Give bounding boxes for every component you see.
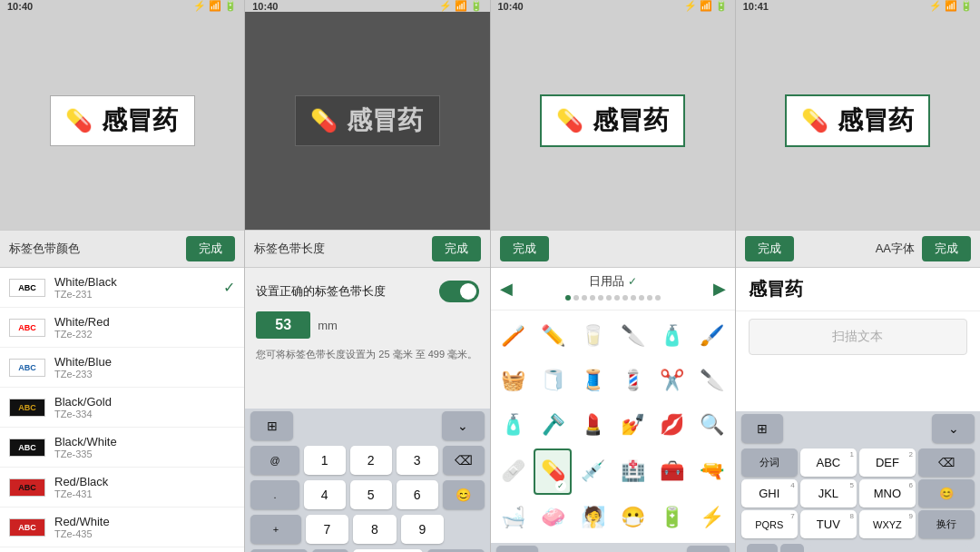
icon-cell-comb[interactable]: 🔪 bbox=[613, 314, 652, 357]
preview-area-2: 💊 感冒药 bbox=[245, 12, 489, 230]
done-button-1[interactable]: 完成 bbox=[186, 236, 235, 261]
label-preview-3: 💊 感冒药 bbox=[540, 94, 685, 147]
ghi-key[interactable]: 4GHI bbox=[741, 479, 798, 508]
icon-cell-magnifier[interactable]: 🔍 bbox=[693, 403, 731, 446]
icon-cell-cup[interactable]: 🥛 bbox=[573, 314, 612, 357]
num-3-key[interactable]: 3 bbox=[397, 446, 438, 475]
wxyz-key[interactable]: 9WXYZ bbox=[859, 510, 916, 538]
grid-key-4[interactable]: ⊞ bbox=[741, 414, 784, 443]
num-1-key[interactable]: 1 bbox=[304, 446, 346, 475]
icon-cell-wash[interactable]: 🧖 bbox=[573, 497, 612, 539]
icon-cell-bath[interactable]: 🛁 bbox=[495, 497, 533, 539]
done-button-3[interactable]: 完成 bbox=[500, 236, 549, 261]
icon-cell-shaver[interactable]: 🪒 bbox=[534, 403, 572, 446]
status-bar-4: 10:41 ⚡ 📶 🔋 bbox=[736, 0, 980, 12]
icon-picker-content: ◀ 日用品 ✓ ▶ 🪥 ✏️ bbox=[491, 268, 735, 552]
length-value[interactable]: 53 bbox=[256, 311, 310, 339]
num-9-key[interactable]: 9 bbox=[401, 515, 444, 544]
color-item-rw[interactable]: ABC Red/White TZe-435 bbox=[0, 508, 244, 547]
text-display: 感冒药 bbox=[736, 268, 980, 311]
num-6-key[interactable]: 6 bbox=[397, 480, 438, 509]
icon-cell-perfume[interactable]: 💋 bbox=[653, 403, 691, 446]
zh-key[interactable]: 中· bbox=[780, 544, 804, 552]
expand-key-3[interactable]: ⌄ bbox=[687, 546, 730, 552]
icon-cell-hospital[interactable]: 🏥 bbox=[613, 448, 652, 495]
emoji-key-4[interactable]: 😊 bbox=[918, 479, 975, 508]
backspace-key-4[interactable]: ⌫ bbox=[918, 448, 975, 477]
icon-cell-comb2[interactable]: 💈 bbox=[613, 359, 652, 401]
num-7-key[interactable]: 7 bbox=[306, 515, 348, 544]
num-2-key[interactable]: 2 bbox=[350, 446, 392, 475]
icon-cell-razor[interactable]: 🔪 bbox=[693, 359, 731, 401]
at-key[interactable]: @ bbox=[250, 446, 299, 475]
signal-icon-2: 📶 bbox=[455, 0, 467, 12]
icon-cell-spray[interactable]: 🔫 bbox=[693, 448, 731, 495]
def-key[interactable]: 2DEF bbox=[859, 448, 916, 477]
abc-key[interactable]: 1ABC bbox=[800, 448, 857, 477]
keyboard-row-1: @ 1 2 3 ⌫ bbox=[245, 443, 489, 478]
num-5-key[interactable]: 5 bbox=[350, 480, 392, 509]
icon-cell-mask[interactable]: 😷 bbox=[613, 497, 652, 539]
icon-cell-bottle[interactable]: 🧴 bbox=[653, 314, 691, 357]
icon-cell-pen[interactable]: ✏️ bbox=[534, 314, 572, 357]
icon-cell-nailpolish[interactable]: 💅 bbox=[613, 403, 652, 446]
toolbar-2: 标签色带长度 完成 bbox=[245, 230, 489, 268]
color-item-bg[interactable]: ABC Black/Gold TZe-334 bbox=[0, 388, 244, 428]
keyboard-panel-2: ⊞ ⌄ @ 1 2 3 ⌫ . 4 5 6 😊 + 7 8 bbox=[245, 409, 489, 552]
icon-cell-soap[interactable]: 🧼 bbox=[534, 497, 572, 539]
expand-key[interactable]: ⌄ bbox=[442, 411, 485, 440]
abc-row-mid1: 4GHI 5JKL 6MNO 😊 bbox=[741, 479, 975, 508]
pqrs-key[interactable]: 7PQRS bbox=[741, 510, 798, 538]
check-icon-wb: ✓ bbox=[223, 279, 235, 296]
symbol-key-4[interactable]: 符号 bbox=[747, 544, 778, 552]
icon-cell-toothbrush[interactable]: 🪥 bbox=[495, 314, 533, 357]
tuv-key[interactable]: 8TUV bbox=[800, 510, 857, 538]
grid-key[interactable]: ⊞ bbox=[250, 411, 293, 440]
icon-cell-syringe[interactable]: 💉 bbox=[573, 448, 612, 495]
color-item-blb[interactable]: ABC Blue/Black Pastel Blue/Black bbox=[0, 547, 244, 552]
num-4-key[interactable]: 4 bbox=[304, 480, 346, 509]
icon-cell-bandage[interactable]: 🩹 bbox=[495, 448, 533, 495]
icon-cell-cream[interactable]: 🧴 bbox=[495, 403, 533, 446]
color-item-wr[interactable]: ABC White/Red TZe-232 bbox=[0, 308, 244, 348]
toolbar-3: 完成 bbox=[491, 230, 735, 268]
color-item-wbl[interactable]: ABC White/Blue TZe-233 bbox=[0, 348, 244, 388]
badge-wb: ABC bbox=[9, 279, 45, 297]
done-button-4b[interactable]: 完成 bbox=[922, 236, 971, 261]
backspace-key[interactable]: ⌫ bbox=[443, 446, 485, 475]
done-button-4[interactable]: 完成 bbox=[745, 236, 794, 261]
color-item-bw[interactable]: ABC Black/White TZe-335 bbox=[0, 428, 244, 468]
icon-cell-toilet-paper[interactable]: 🧻 bbox=[534, 359, 572, 401]
icon-cell-battery[interactable]: 🔋 bbox=[653, 497, 691, 539]
dot-key[interactable]: . bbox=[250, 480, 299, 509]
toggle-switch[interactable] bbox=[439, 281, 479, 302]
color-code-rb: TZe-431 bbox=[54, 488, 235, 499]
icon-cell-scissors[interactable]: ✂️ bbox=[653, 359, 691, 401]
icon-cell-firstaid[interactable]: 🧰 bbox=[653, 448, 691, 495]
icon-cell-basket[interactable]: 🧺 bbox=[495, 359, 533, 401]
icon-cell-pill[interactable]: 💊 bbox=[534, 448, 572, 495]
icon-cell-lipstick[interactable]: 💄 bbox=[573, 403, 612, 446]
fenxi-key[interactable]: 分词 bbox=[741, 448, 798, 477]
scan-text-button[interactable]: 扫描文本 bbox=[749, 319, 967, 355]
color-name-wb: White/Black bbox=[54, 275, 214, 289]
icon-cell-electric[interactable]: ⚡ bbox=[693, 497, 731, 539]
grid-key-3[interactable]: ⊞ bbox=[496, 546, 539, 552]
icons-2: ⚡ 📶 🔋 bbox=[439, 0, 483, 12]
color-item-wb[interactable]: ABC White/Black TZe-231 ✓ bbox=[0, 268, 244, 308]
color-info-wb: White/Black TZe-231 bbox=[54, 275, 214, 300]
num-8-key[interactable]: 8 bbox=[353, 515, 396, 544]
expand-key-4[interactable]: ⌄ bbox=[932, 414, 975, 443]
done-button-2[interactable]: 完成 bbox=[432, 236, 481, 261]
newline-key[interactable]: 换行 bbox=[918, 510, 975, 538]
icon-cell-brush[interactable]: 🖌️ bbox=[693, 314, 731, 357]
prev-category-arrow[interactable]: ◀ bbox=[500, 279, 513, 299]
mno-key[interactable]: 6MNO bbox=[859, 479, 916, 508]
plus-key[interactable]: + bbox=[250, 515, 300, 544]
label-preview-1: 💊 感冒药 bbox=[50, 95, 195, 146]
icon-cell-needle[interactable]: 🧵 bbox=[573, 359, 612, 401]
next-category-arrow[interactable]: ▶ bbox=[713, 279, 726, 299]
color-item-rb[interactable]: ABC Red/Black TZe-431 bbox=[0, 468, 244, 508]
emoji-key[interactable]: 😊 bbox=[443, 480, 485, 509]
jkl-key[interactable]: 5JKL bbox=[800, 479, 857, 508]
